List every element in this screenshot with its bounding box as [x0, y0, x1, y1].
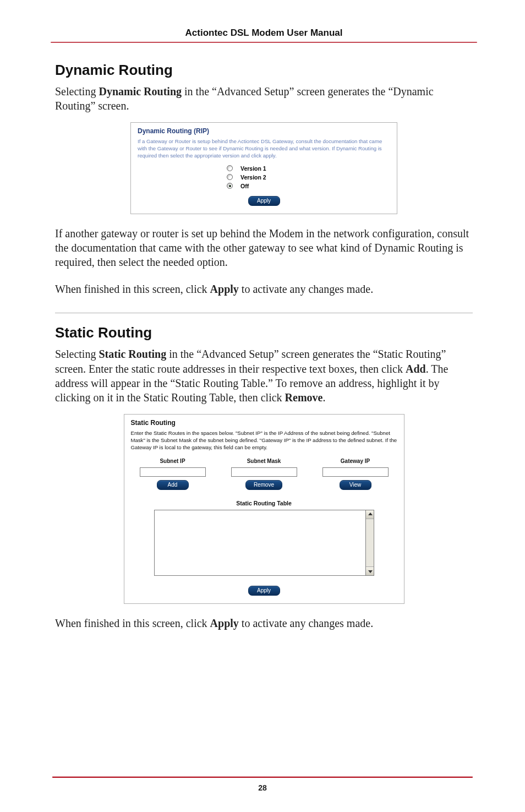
text-bold: Static Routing: [99, 348, 166, 360]
figure-dynamic-routing: Dynamic Routing (RIP) If a Gateway or Ro…: [130, 122, 397, 214]
text-fragment: When finished in this screen, click: [55, 283, 210, 295]
figure-blurb: If a Gateway or Router is setup behind t…: [138, 138, 390, 160]
paragraph-static-intro: Selecting Static Routing in the “Advance…: [55, 347, 473, 405]
col-label: Gateway IP: [341, 458, 370, 464]
content-area: Actiontec DSL Modem User Manual Dynamic …: [0, 0, 525, 630]
radio-version-2[interactable]: [227, 174, 233, 180]
header-rule: [51, 42, 477, 43]
footer: 28: [52, 776, 473, 792]
paragraph-dynamic-intro: Selecting Dynamic Routing in the “Advanc…: [55, 84, 473, 113]
figure-title: Static Routing: [131, 419, 397, 427]
text-bold: Apply: [210, 283, 239, 295]
figure-blurb: Enter the Static Routes in the spaces be…: [131, 430, 397, 451]
scroll-down-icon[interactable]: [366, 566, 374, 575]
text-bold: Dynamic Routing: [99, 85, 182, 97]
paragraph-dynamic-apply: When finished in this screen, click Appl…: [55, 282, 473, 296]
add-button[interactable]: Add: [157, 480, 189, 490]
running-header: Actiontec DSL Modem User Manual: [55, 28, 473, 42]
figure-static-routing: Static Routing Enter the Static Routes i…: [124, 414, 404, 604]
footer-rule: [52, 776, 473, 778]
paragraph-dynamic-after: If another gateway or router is set up b…: [55, 226, 473, 270]
text-fragment: to activate any changes made.: [239, 617, 373, 629]
remove-button[interactable]: Remove: [245, 480, 282, 490]
text-bold: Remove: [285, 391, 323, 404]
radio-label: Off: [240, 183, 249, 189]
radio-row-off: Off: [227, 183, 301, 189]
text-fragment: .: [322, 391, 325, 404]
radio-row-version-2: Version 2: [227, 174, 301, 181]
radio-group: Version 1 Version 2 Off: [227, 165, 301, 189]
col-subnet-ip: Subnet IP Add: [134, 458, 211, 490]
subnet-mask-input[interactable]: [231, 467, 297, 477]
section-divider: [55, 313, 473, 313]
text-bold: Add: [406, 363, 426, 375]
page-number: 28: [52, 783, 473, 792]
column-row: Subnet IP Add Subnet Mask Remove Gateway…: [134, 458, 394, 490]
text-fragment: Selecting: [55, 348, 99, 360]
text-bold: Apply: [210, 617, 239, 629]
subnet-ip-input[interactable]: [140, 467, 206, 477]
heading-dynamic-routing: Dynamic Routing: [55, 62, 473, 79]
apply-button[interactable]: Apply: [248, 586, 280, 596]
text-fragment: to activate any changes made.: [239, 283, 373, 295]
scrollbar[interactable]: [365, 510, 374, 576]
radio-label: Version 2: [240, 174, 266, 181]
routing-table-listbox[interactable]: [154, 510, 365, 576]
text-fragment: When finished in this screen, click: [55, 617, 210, 629]
scroll-up-icon[interactable]: [366, 510, 374, 519]
col-label: Subnet Mask: [247, 458, 281, 464]
col-gateway-ip: Gateway IP View: [317, 458, 394, 490]
button-row: Apply: [131, 585, 397, 596]
view-button[interactable]: View: [340, 480, 371, 490]
text-fragment: Selecting: [55, 85, 99, 97]
col-subnet-mask: Subnet Mask Remove: [226, 458, 303, 490]
paragraph-static-apply: When finished in this screen, click Appl…: [55, 616, 473, 630]
heading-static-routing: Static Routing: [55, 324, 473, 341]
figure-title: Dynamic Routing (RIP): [138, 127, 390, 135]
routing-table-wrap: [154, 510, 374, 576]
radio-version-1[interactable]: [227, 165, 233, 171]
table-title: Static Routing Table: [131, 500, 397, 506]
apply-button[interactable]: Apply: [248, 196, 280, 206]
gateway-ip-input[interactable]: [322, 467, 389, 477]
radio-off[interactable]: [227, 183, 233, 189]
button-row: Apply: [138, 195, 390, 206]
radio-label: Version 1: [240, 165, 266, 172]
col-label: Subnet IP: [160, 458, 185, 464]
radio-row-version-1: Version 1: [227, 165, 301, 172]
page: Actiontec DSL Modem User Manual Dynamic …: [0, 0, 525, 812]
